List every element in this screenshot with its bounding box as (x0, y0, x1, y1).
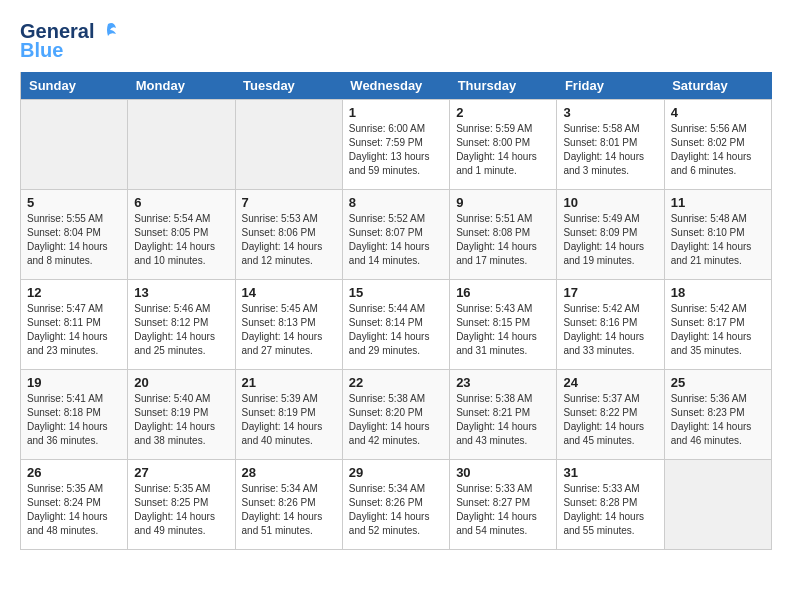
day-number: 29 (349, 465, 443, 480)
cell-day-16: 16Sunrise: 5:43 AMSunset: 8:15 PMDayligh… (450, 280, 557, 370)
cell-day-empty (664, 460, 771, 550)
cell-info: Sunrise: 5:40 AMSunset: 8:19 PMDaylight:… (134, 392, 228, 448)
cell-day-12: 12Sunrise: 5:47 AMSunset: 8:11 PMDayligh… (21, 280, 128, 370)
cell-info: Sunrise: 5:41 AMSunset: 8:18 PMDaylight:… (27, 392, 121, 448)
cell-day-19: 19Sunrise: 5:41 AMSunset: 8:18 PMDayligh… (21, 370, 128, 460)
cell-info: Sunrise: 5:35 AMSunset: 8:25 PMDaylight:… (134, 482, 228, 538)
logo-bird-icon (96, 21, 118, 43)
cell-info: Sunrise: 6:00 AMSunset: 7:59 PMDaylight:… (349, 122, 443, 178)
day-number: 31 (563, 465, 657, 480)
cell-day-11: 11Sunrise: 5:48 AMSunset: 8:10 PMDayligh… (664, 190, 771, 280)
cell-day-5: 5Sunrise: 5:55 AMSunset: 8:04 PMDaylight… (21, 190, 128, 280)
cell-info: Sunrise: 5:46 AMSunset: 8:12 PMDaylight:… (134, 302, 228, 358)
cell-day-2: 2Sunrise: 5:59 AMSunset: 8:00 PMDaylight… (450, 100, 557, 190)
cell-day-18: 18Sunrise: 5:42 AMSunset: 8:17 PMDayligh… (664, 280, 771, 370)
day-number: 18 (671, 285, 765, 300)
cell-info: Sunrise: 5:55 AMSunset: 8:04 PMDaylight:… (27, 212, 121, 268)
header: General Blue (20, 20, 772, 62)
cell-day-7: 7Sunrise: 5:53 AMSunset: 8:06 PMDaylight… (235, 190, 342, 280)
day-number: 5 (27, 195, 121, 210)
day-number: 23 (456, 375, 550, 390)
cell-info: Sunrise: 5:38 AMSunset: 8:21 PMDaylight:… (456, 392, 550, 448)
day-number: 11 (671, 195, 765, 210)
day-number: 27 (134, 465, 228, 480)
day-number: 17 (563, 285, 657, 300)
cell-info: Sunrise: 5:51 AMSunset: 8:08 PMDaylight:… (456, 212, 550, 268)
day-number: 20 (134, 375, 228, 390)
day-number: 16 (456, 285, 550, 300)
cell-day-24: 24Sunrise: 5:37 AMSunset: 8:22 PMDayligh… (557, 370, 664, 460)
cell-day-21: 21Sunrise: 5:39 AMSunset: 8:19 PMDayligh… (235, 370, 342, 460)
cell-info: Sunrise: 5:43 AMSunset: 8:15 PMDaylight:… (456, 302, 550, 358)
cell-day-4: 4Sunrise: 5:56 AMSunset: 8:02 PMDaylight… (664, 100, 771, 190)
col-header-tuesday: Tuesday (235, 72, 342, 100)
cell-info: Sunrise: 5:54 AMSunset: 8:05 PMDaylight:… (134, 212, 228, 268)
header-row: SundayMondayTuesdayWednesdayThursdayFrid… (21, 72, 772, 100)
col-header-monday: Monday (128, 72, 235, 100)
day-number: 15 (349, 285, 443, 300)
day-number: 12 (27, 285, 121, 300)
cell-info: Sunrise: 5:35 AMSunset: 8:24 PMDaylight:… (27, 482, 121, 538)
cell-day-25: 25Sunrise: 5:36 AMSunset: 8:23 PMDayligh… (664, 370, 771, 460)
cell-day-30: 30Sunrise: 5:33 AMSunset: 8:27 PMDayligh… (450, 460, 557, 550)
col-header-wednesday: Wednesday (342, 72, 449, 100)
cell-day-31: 31Sunrise: 5:33 AMSunset: 8:28 PMDayligh… (557, 460, 664, 550)
cell-day-26: 26Sunrise: 5:35 AMSunset: 8:24 PMDayligh… (21, 460, 128, 550)
cell-day-empty (235, 100, 342, 190)
cell-day-3: 3Sunrise: 5:58 AMSunset: 8:01 PMDaylight… (557, 100, 664, 190)
week-row-2: 5Sunrise: 5:55 AMSunset: 8:04 PMDaylight… (21, 190, 772, 280)
cell-day-1: 1Sunrise: 6:00 AMSunset: 7:59 PMDaylight… (342, 100, 449, 190)
col-header-thursday: Thursday (450, 72, 557, 100)
logo: General Blue (20, 20, 120, 62)
day-number: 21 (242, 375, 336, 390)
cell-day-17: 17Sunrise: 5:42 AMSunset: 8:16 PMDayligh… (557, 280, 664, 370)
cell-day-14: 14Sunrise: 5:45 AMSunset: 8:13 PMDayligh… (235, 280, 342, 370)
week-row-3: 12Sunrise: 5:47 AMSunset: 8:11 PMDayligh… (21, 280, 772, 370)
cell-info: Sunrise: 5:58 AMSunset: 8:01 PMDaylight:… (563, 122, 657, 178)
cell-day-9: 9Sunrise: 5:51 AMSunset: 8:08 PMDaylight… (450, 190, 557, 280)
day-number: 10 (563, 195, 657, 210)
col-header-sunday: Sunday (21, 72, 128, 100)
cell-info: Sunrise: 5:42 AMSunset: 8:16 PMDaylight:… (563, 302, 657, 358)
cell-info: Sunrise: 5:45 AMSunset: 8:13 PMDaylight:… (242, 302, 336, 358)
cell-day-23: 23Sunrise: 5:38 AMSunset: 8:21 PMDayligh… (450, 370, 557, 460)
day-number: 8 (349, 195, 443, 210)
day-number: 3 (563, 105, 657, 120)
day-number: 1 (349, 105, 443, 120)
cell-info: Sunrise: 5:59 AMSunset: 8:00 PMDaylight:… (456, 122, 550, 178)
day-number: 7 (242, 195, 336, 210)
cell-day-20: 20Sunrise: 5:40 AMSunset: 8:19 PMDayligh… (128, 370, 235, 460)
day-number: 22 (349, 375, 443, 390)
cell-day-13: 13Sunrise: 5:46 AMSunset: 8:12 PMDayligh… (128, 280, 235, 370)
week-row-5: 26Sunrise: 5:35 AMSunset: 8:24 PMDayligh… (21, 460, 772, 550)
cell-info: Sunrise: 5:36 AMSunset: 8:23 PMDaylight:… (671, 392, 765, 448)
cell-info: Sunrise: 5:34 AMSunset: 8:26 PMDaylight:… (349, 482, 443, 538)
cell-info: Sunrise: 5:42 AMSunset: 8:17 PMDaylight:… (671, 302, 765, 358)
day-number: 4 (671, 105, 765, 120)
day-number: 30 (456, 465, 550, 480)
cell-info: Sunrise: 5:44 AMSunset: 8:14 PMDaylight:… (349, 302, 443, 358)
cell-info: Sunrise: 5:38 AMSunset: 8:20 PMDaylight:… (349, 392, 443, 448)
cell-info: Sunrise: 5:47 AMSunset: 8:11 PMDaylight:… (27, 302, 121, 358)
day-number: 14 (242, 285, 336, 300)
cell-info: Sunrise: 5:48 AMSunset: 8:10 PMDaylight:… (671, 212, 765, 268)
cell-info: Sunrise: 5:34 AMSunset: 8:26 PMDaylight:… (242, 482, 336, 538)
day-number: 19 (27, 375, 121, 390)
col-header-friday: Friday (557, 72, 664, 100)
day-number: 24 (563, 375, 657, 390)
day-number: 13 (134, 285, 228, 300)
day-number: 2 (456, 105, 550, 120)
cell-info: Sunrise: 5:39 AMSunset: 8:19 PMDaylight:… (242, 392, 336, 448)
cell-day-8: 8Sunrise: 5:52 AMSunset: 8:07 PMDaylight… (342, 190, 449, 280)
cell-day-22: 22Sunrise: 5:38 AMSunset: 8:20 PMDayligh… (342, 370, 449, 460)
day-number: 9 (456, 195, 550, 210)
calendar-table: SundayMondayTuesdayWednesdayThursdayFrid… (20, 72, 772, 550)
week-row-1: 1Sunrise: 6:00 AMSunset: 7:59 PMDaylight… (21, 100, 772, 190)
day-number: 26 (27, 465, 121, 480)
logo-container: General Blue (20, 20, 120, 62)
cell-info: Sunrise: 5:53 AMSunset: 8:06 PMDaylight:… (242, 212, 336, 268)
cell-info: Sunrise: 5:56 AMSunset: 8:02 PMDaylight:… (671, 122, 765, 178)
cell-day-6: 6Sunrise: 5:54 AMSunset: 8:05 PMDaylight… (128, 190, 235, 280)
col-header-saturday: Saturday (664, 72, 771, 100)
day-number: 28 (242, 465, 336, 480)
